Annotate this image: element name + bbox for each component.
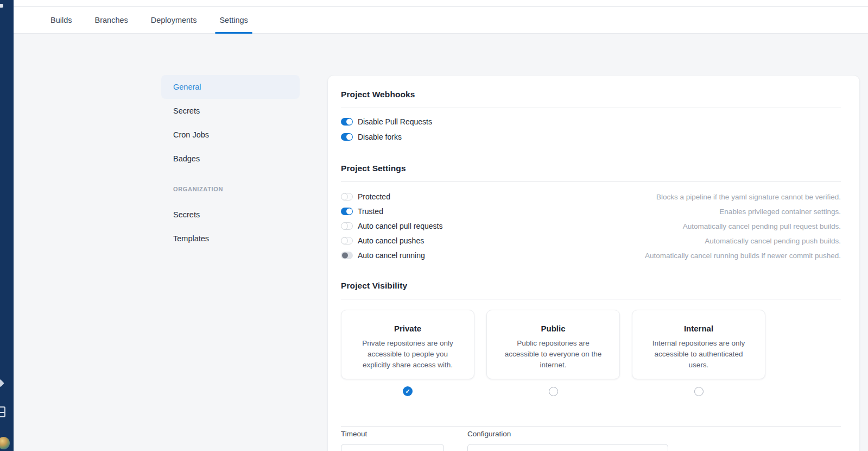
toggle-label: Disable forks [358,133,402,141]
auto-cancel-pushes-toggle[interactable] [341,237,353,245]
setting-description: Blocks a pipeline if the yaml signature … [656,193,841,201]
setting-row-auto-cancel-pushes: Auto cancel pushes Automatically cancel … [341,236,841,245]
setting-description: Enables privileged container settings. [719,208,841,216]
visibility-card-title: Private [353,324,462,333]
toggle-row-disable-forks: Disable forks [341,133,841,141]
toggle-knob [346,209,352,215]
protected-toggle[interactable] [341,193,353,201]
visibility-card-private[interactable]: Private Private repositories are only ac… [341,310,474,379]
trusted-toggle[interactable] [341,208,353,215]
sidebar-item-org-secrets[interactable]: Secrets [161,203,300,227]
toggle-label: Auto cancel running [358,251,425,260]
rail-partial-icon-mid [0,379,4,387]
setting-row-auto-cancel-pull-requests: Auto cancel pull requests Automatically … [341,222,841,230]
auto-cancel-pull-requests-toggle[interactable] [341,222,353,230]
sidebar-item-badges[interactable]: Badges [161,147,300,171]
form-field-row [341,444,841,451]
toggle-label: Auto cancel pushes [358,236,424,245]
visibility-card-public[interactable]: Public Public repositories are accessibl… [486,310,620,379]
sidebar-item-org-templates[interactable]: Templates [161,227,300,250]
setting-description: Automatically cancel running builds if n… [645,252,841,260]
toggle-label: Protected [358,192,390,201]
configuration-input[interactable] [467,444,668,451]
settings-sidebar: General Secrets Cron Jobs Badges ORGANIZ… [161,75,300,250]
toggle-knob [346,119,352,125]
visibility-radio-private[interactable]: ✓ [403,386,413,396]
form-label-row: Timeout Configuration [341,429,841,439]
divider [341,181,841,182]
divider [341,426,841,427]
setting-row-auto-cancel-running: Auto cancel running Automatically cancel… [341,251,841,260]
sidebar-item-cron-jobs[interactable]: Cron Jobs [161,123,300,147]
visibility-card-title: Public [499,324,607,333]
visibility-card-internal[interactable]: Internal Internal repositories are only … [632,310,765,379]
top-header-edge [14,0,868,7]
sidebar-spacer [161,195,300,203]
setting-row-trusted: Trusted Enables privileged container set… [341,207,841,216]
visibility-radio-row: ✓ [341,386,841,396]
timeout-label: Timeout [341,429,444,439]
rail-partial-icon-top [0,4,3,8]
section-title-project-visibility: Project Visibility [341,280,841,291]
auto-cancel-running-toggle[interactable] [341,252,353,259]
visibility-card-description: Private repositories are only accessible… [353,338,462,371]
settings-panel: Project Webhooks Disable Pull Requests D… [327,75,860,451]
visibility-cards: Private Private repositories are only ac… [341,310,841,379]
setting-description: Automatically cancel pending push builds… [705,237,841,245]
section-title-project-webhooks: Project Webhooks [341,89,841,100]
visibility-radio-public[interactable] [549,387,558,396]
toggle-knob [341,237,348,245]
visibility-radio-internal[interactable] [694,387,704,396]
sidebar-item-secrets[interactable]: Secrets [161,99,300,123]
toggle-label: Disable Pull Requests [358,117,432,126]
check-icon: ✓ [405,389,410,394]
user-avatar[interactable] [0,437,10,449]
tab-builds[interactable]: Builds [46,7,77,33]
tab-settings[interactable]: Settings [215,7,252,33]
toggle-row-disable-pull-requests: Disable Pull Requests [341,117,841,126]
section-title-project-settings: Project Settings [341,162,841,174]
toggle-label: Auto cancel pull requests [358,222,442,230]
setting-description: Automatically cancel pending pull reques… [683,222,841,230]
visibility-card-description: Public repositories are accessible to ev… [499,338,607,371]
sidebar-item-general[interactable]: General [161,75,300,99]
tab-branches[interactable]: Branches [91,7,132,33]
repo-tabbar: Builds Branches Deployments Settings [14,7,868,34]
divider [341,299,841,299]
divider [341,108,841,108]
toggle-knob [341,193,348,201]
rail-partial-icon-docs [0,406,5,417]
timeout-input[interactable] [341,444,444,451]
visibility-card-description: Internal repositories are only accessibl… [644,338,753,371]
app-rail [0,0,14,451]
sidebar-org-header: ORGANIZATION [161,186,300,195]
toggle-label: Trusted [358,207,383,216]
toggle-knob [341,223,348,230]
disable-pull-requests-toggle[interactable] [341,118,353,126]
toggle-knob [346,134,352,140]
setting-row-protected: Protected Blocks a pipeline if the yaml … [341,192,841,201]
toggle-knob [342,253,348,259]
tab-deployments[interactable]: Deployments [147,7,201,33]
configuration-label: Configuration [467,429,668,439]
visibility-card-title: Internal [644,324,753,333]
disable-forks-toggle[interactable] [341,133,353,141]
